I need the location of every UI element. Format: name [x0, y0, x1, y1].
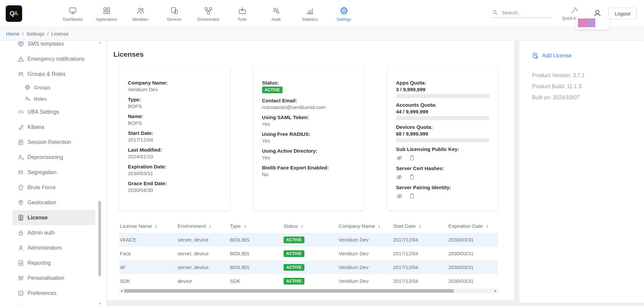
info-field: Expiration Date:2030/03/31	[128, 164, 221, 176]
sidebar-item-internationalisation[interactable]: Internationalisation	[0, 301, 95, 306]
nav-item-applications[interactable]: Applications	[90, 5, 123, 22]
sidebar-item-administrators[interactable]: Administrators	[0, 240, 95, 255]
copy-icon[interactable]	[409, 155, 415, 161]
secret-item: Server Cert Hashes:	[396, 165, 489, 181]
breadcrumb-home-link[interactable]: Home	[6, 31, 19, 37]
sidebar-item-admin-auth[interactable]: Admin auth	[0, 225, 95, 240]
search-input[interactable]	[501, 9, 551, 16]
sidebar-item-segregation[interactable]: Segregation	[0, 165, 95, 180]
license-info-card: Company Name:Veridium DevType:BOPSName:B…	[119, 66, 230, 210]
info-field: Company Name:Veridium Dev	[128, 80, 221, 92]
nav-item-identities[interactable]: Identities	[123, 5, 157, 22]
sort-icon[interactable]: ▲▼	[244, 224, 246, 228]
sidebar-item-groups[interactable]: Groups	[0, 82, 95, 93]
status-badge: ACTIVE	[262, 87, 283, 93]
sidebar-item-session-retention[interactable]: Session Retention	[0, 135, 95, 150]
scroll-right-icon[interactable]: ►	[493, 289, 498, 293]
sidebar-item-preferences[interactable]: Preferences	[0, 286, 95, 301]
table-horizontal-scrollbar[interactable]: ◄ ►	[119, 289, 498, 293]
color-swatch-pink[interactable]	[578, 18, 587, 27]
search-icon[interactable]	[492, 9, 498, 15]
sidebar-item-reporting[interactable]: Reporting	[0, 255, 95, 270]
column-header-status[interactable]: Status ▲▼	[283, 219, 338, 233]
table-cell: 2030/03/31	[448, 233, 498, 247]
sidebar-item-emergency-notifications[interactable]: Emergency notifications	[0, 51, 95, 66]
eye-off-icon[interactable]	[396, 155, 403, 161]
secret-label: Sub Licensing Public Key:	[396, 146, 489, 152]
table-cell: BIOLIBS	[229, 247, 283, 260]
eye-off-icon[interactable]	[396, 193, 403, 200]
sort-icon[interactable]: ▲▼	[209, 224, 211, 228]
reporting-icon	[17, 260, 24, 266]
sidebar-item-personalisation[interactable]: Personalisation	[0, 270, 95, 286]
sidebar-scrollbar[interactable]: ▲ ▼	[97, 41, 102, 305]
horizontal-scrollbar-thumb[interactable]	[124, 289, 454, 293]
quick-actions-icon	[570, 6, 578, 14]
admin-auth-icon	[17, 230, 24, 236]
column-header-start-date[interactable]: Start Date ▲▼	[392, 219, 448, 233]
nav-item-settings[interactable]: Settings	[327, 5, 361, 22]
sidebar-item-groups-roles[interactable]: Groups & Roles	[0, 66, 95, 82]
breadcrumb-settings-link[interactable]: Settings	[26, 31, 44, 37]
nav-item-dashboard[interactable]: Dashboard	[56, 5, 90, 22]
quota-label: Devices Quota:	[396, 124, 489, 130]
table-cell: Face	[119, 247, 177, 260]
sidebar-scrollbar-thumb[interactable]	[98, 201, 101, 276]
scroll-left-icon[interactable]: ◄	[119, 289, 124, 293]
column-header-expiration-date[interactable]: Expiration Date ▲▼	[448, 219, 498, 233]
info-field: Using Free RADIUS:Yes	[262, 131, 355, 144]
column-header-license-name[interactable]: License Name ▲▼	[119, 219, 177, 233]
nav-item-tools[interactable]: Tools	[225, 5, 259, 22]
sidebar-item-kibana[interactable]: Kibana	[0, 119, 95, 135]
sidebar-item-label: License	[28, 215, 48, 221]
table-cell: 2017/12/04	[392, 274, 448, 288]
table-row[interactable]: SDKdeviceSDKACTIVEVeridium Dev2017/12/04…	[119, 274, 498, 288]
sidebar-item-brute-force[interactable]: Brute Force	[0, 180, 95, 195]
add-license-button[interactable]: Add License	[532, 52, 637, 59]
eye-off-icon[interactable]	[396, 174, 403, 181]
sidebar-item-deprovisioning[interactable]: Deprovisioning	[0, 150, 95, 165]
sidebar-item-license[interactable]: License	[12, 210, 95, 225]
sort-icon[interactable]: ▲▼	[378, 224, 381, 228]
scroll-down-icon[interactable]: ▼	[97, 302, 102, 305]
table-cell: SDK	[229, 274, 283, 288]
table-row[interactable]: 4Fserver, deviceBIOLIBSACTIVEVeridium De…	[119, 260, 498, 274]
nav-item-devices[interactable]: Devices	[157, 5, 191, 22]
sidebar-item-sms-templates[interactable]: SMS templates	[0, 40, 95, 51]
sort-icon[interactable]: ▲▼	[419, 224, 421, 228]
sidebar-item-roles[interactable]: Roles	[0, 93, 95, 104]
column-header-company-name[interactable]: Company Name ▲▼	[338, 219, 392, 233]
copy-icon[interactable]	[409, 193, 415, 200]
quota-item: Accounts Quota:44 / 9,999,999	[396, 102, 489, 120]
status-badge: ACTIVE	[284, 278, 304, 285]
field-label: Company Name:	[128, 80, 221, 86]
column-header-type[interactable]: Type ▲▼	[229, 219, 283, 233]
sidebar-item-geolocation[interactable]: Geolocation	[0, 195, 95, 210]
nav-item-orchestrator[interactable]: Orchestrator	[191, 5, 225, 22]
logout-button[interactable]: Logout	[608, 8, 637, 19]
sort-icon[interactable]: ▲▼	[155, 224, 157, 228]
field-value: 2017/12/04	[128, 137, 221, 143]
column-header-environment[interactable]: Environment ▲▼	[177, 219, 229, 233]
logo-letter-a: A	[14, 10, 18, 17]
kibana-icon	[17, 124, 24, 131]
segregation-icon	[17, 169, 24, 176]
quota-progress-bar	[396, 138, 489, 142]
color-swatch-purple[interactable]	[587, 18, 595, 27]
sidebar-item-label: SMS templates	[28, 41, 64, 47]
nav-item-statistics[interactable]: Statistics	[293, 5, 327, 22]
quota-value: 3 / 9,999,999	[396, 87, 489, 92]
table-row[interactable]: Faceserver, deviceBIOLIBSACTIVEVeridium …	[119, 247, 498, 260]
sidebar-item-label: Administrators	[28, 245, 62, 251]
info-field: Start Date:2017/12/04	[128, 130, 221, 143]
copy-icon[interactable]	[409, 174, 415, 181]
table-cell: VFACE	[119, 233, 177, 247]
table-row[interactable]: VFACEserver, deviceBIOLIBSACTIVEVeridium…	[119, 233, 498, 247]
breadcrumb-current-page: License	[51, 31, 69, 37]
scroll-up-icon[interactable]: ▲	[97, 41, 102, 44]
sidebar-item-uba-settings[interactable]: UBA Settings	[0, 104, 95, 119]
qa-logo[interactable]: Q A	[6, 5, 22, 22]
sort-icon[interactable]: ▲▼	[301, 224, 303, 228]
nav-item-audit[interactable]: Audit	[259, 5, 293, 22]
sort-icon[interactable]: ▲▼	[486, 224, 488, 228]
